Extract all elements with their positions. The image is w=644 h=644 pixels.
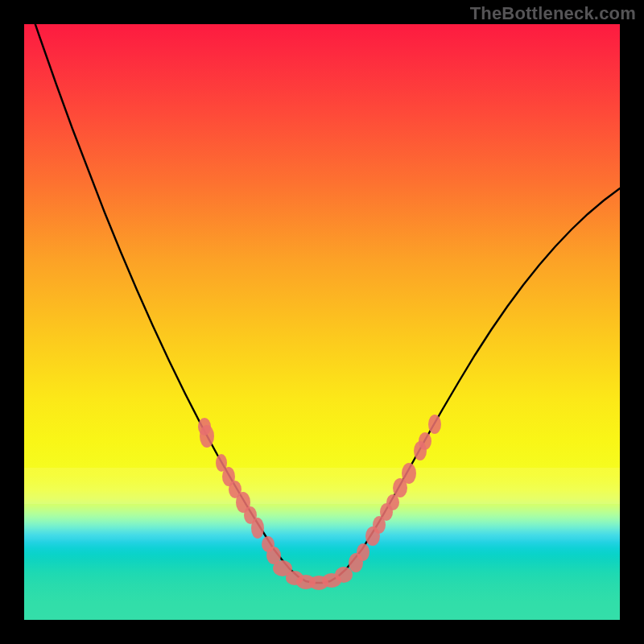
curve-marker [357,543,369,561]
curve-marker [200,425,214,448]
curve-marker [251,518,264,539]
curve-marker [335,567,353,583]
chart-frame: TheBottleneck.com [0,0,644,644]
curve-svg [24,24,620,620]
curve-marker [428,415,441,434]
curve-marker [419,432,431,450]
plot-area [24,24,620,620]
bottleneck-curve [24,24,620,583]
curve-markers [198,415,441,590]
watermark-text: TheBottleneck.com [470,3,636,24]
curve-marker [402,463,416,484]
